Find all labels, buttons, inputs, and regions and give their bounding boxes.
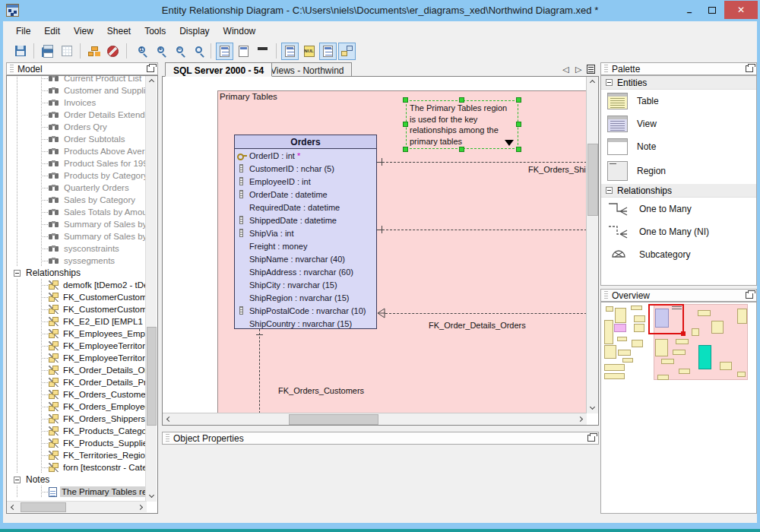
close-button[interactable]: ✕ bbox=[724, 1, 758, 19]
show-columns-button[interactable] bbox=[281, 43, 299, 60]
palette-group-entities[interactable]: Entities bbox=[601, 76, 756, 90]
table-field-row[interactable]: ShipRegion : nvarchar (15) bbox=[235, 291, 376, 304]
palette-item-note[interactable]: Note bbox=[601, 135, 756, 158]
panel-grip[interactable] bbox=[604, 291, 608, 299]
tree-item[interactable]: FK_Order_Details_Order bbox=[8, 364, 147, 376]
overview-viewport-handle[interactable] bbox=[681, 331, 686, 336]
scroll-up-icon[interactable] bbox=[590, 80, 595, 85]
tree-item[interactable]: FK_Orders_Customers [O bbox=[8, 388, 147, 401]
tree-item[interactable]: FK_Products_Suppliers [ bbox=[8, 437, 147, 449]
tree-item[interactable]: FK_EmployeeTerritories_ bbox=[8, 352, 147, 364]
collapse-icon[interactable] bbox=[14, 270, 21, 277]
tab-views-northwind[interactable]: Views - Northwind bbox=[263, 62, 352, 77]
object-properties-header[interactable]: Object Properties bbox=[162, 432, 599, 445]
tab-prev-icon[interactable]: ◁ bbox=[562, 65, 568, 74]
diagram-note[interactable]: The Primary Tables region is used for th… bbox=[406, 100, 518, 149]
table-field-row[interactable]: OrderID : int * bbox=[235, 149, 376, 162]
table-field-row[interactable]: ShipCity : nvarchar (15) bbox=[235, 278, 376, 291]
scroll-up-icon[interactable] bbox=[149, 79, 154, 84]
tree-item[interactable]: Notes bbox=[8, 473, 147, 486]
menu-item[interactable]: Edit bbox=[37, 23, 67, 40]
canvas-horizontal-scrollbar[interactable] bbox=[163, 413, 587, 425]
scrollbar-thumb[interactable] bbox=[587, 144, 598, 216]
scroll-right-icon[interactable] bbox=[578, 416, 583, 422]
table-field-row[interactable]: ShipVia : int bbox=[235, 226, 376, 239]
table-field-row[interactable]: OrderDate : datetime bbox=[235, 188, 376, 201]
title-bar[interactable]: Entity Relationship Diagram - C:\Users\n… bbox=[0, 0, 760, 21]
model-panel-header[interactable]: Model bbox=[6, 62, 158, 75]
tree-item[interactable]: FK_CustomerCustomerD bbox=[8, 291, 147, 303]
tree-item[interactable]: syssegments bbox=[8, 255, 147, 267]
tree-item[interactable]: forn [testconstr - Catego bbox=[8, 461, 147, 473]
tree-item[interactable]: Order Subtotals bbox=[8, 133, 147, 145]
overview-viewport[interactable] bbox=[648, 304, 684, 334]
panel-grip[interactable] bbox=[166, 434, 169, 442]
scroll-down-icon[interactable] bbox=[149, 492, 154, 498]
canvas-vertical-scrollbar[interactable] bbox=[586, 77, 598, 413]
save-button[interactable] bbox=[11, 43, 29, 60]
overview-minimap[interactable] bbox=[604, 304, 753, 426]
tree-item[interactable]: FK_Employees_Employee bbox=[8, 328, 147, 340]
table-field-row[interactable]: Freight : money bbox=[235, 239, 376, 252]
tree-item[interactable]: FK_Products_Categories bbox=[8, 425, 147, 437]
table-field-row[interactable]: RequiredDate : datetime bbox=[235, 201, 376, 214]
tree-item[interactable]: FK_E2_EID [EMPL1 - EMP bbox=[8, 315, 147, 328]
menu-item[interactable]: Window bbox=[217, 23, 263, 40]
menu-item[interactable]: Sheet bbox=[100, 23, 138, 40]
scrollbar-thumb[interactable] bbox=[289, 414, 378, 425]
scrollbar-thumb[interactable] bbox=[147, 327, 157, 426]
palette-header[interactable]: Palette bbox=[600, 62, 757, 75]
tree-item[interactable]: The Primary Tables regio bbox=[8, 486, 147, 498]
stop-button[interactable] bbox=[104, 43, 122, 60]
float-panel-icon[interactable] bbox=[746, 292, 753, 299]
float-panel-icon[interactable] bbox=[587, 435, 595, 442]
menu-item[interactable]: Tools bbox=[138, 23, 173, 40]
tree-horizontal-scrollbar[interactable] bbox=[7, 501, 147, 512]
palette-item-subcategory[interactable]: Subcategory bbox=[601, 243, 756, 266]
zoom-100-button[interactable]: 1 bbox=[131, 43, 149, 60]
tab-next-icon[interactable]: ▷ bbox=[575, 65, 581, 74]
tree-item[interactable]: Quarterly Orders bbox=[8, 182, 147, 194]
print-button[interactable] bbox=[39, 43, 56, 60]
table-field-row[interactable]: EmployeeID : int bbox=[235, 175, 376, 188]
tree-item[interactable]: Summary of Sales by Yea bbox=[8, 230, 147, 242]
scroll-down-icon[interactable] bbox=[590, 404, 595, 410]
tree-item[interactable]: Invoices bbox=[8, 97, 147, 109]
menu-item[interactable]: Display bbox=[173, 23, 216, 40]
tree-item[interactable]: FK_EmployeeTerritories_ bbox=[8, 340, 147, 352]
tree-item[interactable]: Relationships bbox=[8, 267, 147, 279]
table-field-row[interactable]: ShipAddress : nvarchar (60) bbox=[235, 265, 376, 278]
tree-item[interactable]: Order Details Extended bbox=[8, 109, 147, 121]
float-panel-icon[interactable] bbox=[147, 65, 154, 72]
tree-item[interactable]: FK_Orders_Shippers [Or bbox=[8, 413, 147, 425]
zoom-in-button[interactable]: + bbox=[150, 43, 168, 60]
table-field-row[interactable]: ShipCountry : nvarchar (15) bbox=[235, 317, 376, 330]
tree-item[interactable]: Products Above Average bbox=[8, 145, 147, 157]
maximize-button[interactable] bbox=[701, 0, 724, 20]
relationship-line[interactable] bbox=[385, 313, 587, 314]
tree-item[interactable]: FK_Orders_Employees [O bbox=[8, 401, 147, 413]
menu-item[interactable]: File bbox=[9, 23, 37, 40]
collapse-icon[interactable] bbox=[606, 187, 613, 194]
tree-item[interactable]: FK_Territories_Region [T bbox=[8, 449, 147, 461]
panel-grip[interactable] bbox=[10, 65, 14, 73]
scrollbar-thumb[interactable] bbox=[21, 502, 66, 512]
palette-group-relationships[interactable]: Relationships bbox=[601, 184, 756, 198]
orders-table[interactable]: Orders OrderID : int * CustomerID : ncha… bbox=[234, 135, 377, 329]
scroll-left-icon[interactable] bbox=[11, 505, 16, 510]
palette-item-one-to-many[interactable]: One to Many bbox=[601, 198, 756, 220]
palette-item-view[interactable]: View bbox=[601, 112, 756, 135]
palette-item-table[interactable]: Table bbox=[601, 90, 756, 112]
relationship-line[interactable] bbox=[382, 230, 587, 230]
tree-item[interactable]: Products by Category bbox=[8, 169, 147, 182]
tree-item[interactable]: Summary of Sales by Qu bbox=[8, 218, 147, 230]
show-relationships-button[interactable] bbox=[338, 43, 356, 60]
middle-view-button[interactable] bbox=[235, 43, 252, 60]
tree-item[interactable]: Sales by Category bbox=[8, 194, 147, 206]
table-field-row[interactable]: ShipPostalCode : nvarchar (10) bbox=[235, 304, 376, 317]
show-nullable-button[interactable]: NUL bbox=[300, 43, 318, 60]
tab-sql-server[interactable]: SQL Server 2000 - 54 bbox=[165, 62, 272, 77]
tree-item[interactable]: demofk [tDemo2 - tDemo bbox=[8, 279, 147, 291]
compact-view-button[interactable] bbox=[254, 43, 271, 60]
tree-item[interactable]: Current Product List bbox=[8, 76, 147, 84]
